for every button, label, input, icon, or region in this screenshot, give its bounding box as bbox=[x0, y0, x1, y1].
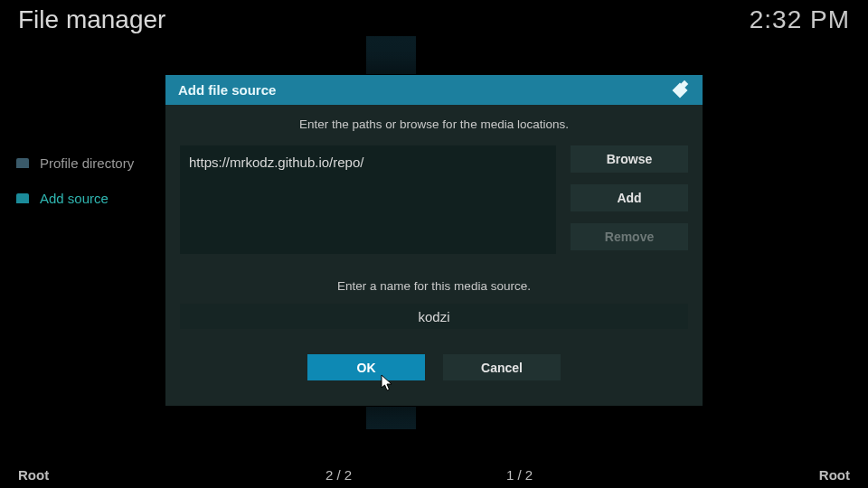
footer-left-root: Root bbox=[18, 467, 49, 483]
folder-icon bbox=[16, 193, 29, 203]
folder-icon bbox=[16, 158, 29, 168]
page-title: File manager bbox=[18, 5, 165, 34]
remove-button: Remove bbox=[571, 223, 688, 250]
name-hint: Enter a name for this media source. bbox=[165, 279, 703, 293]
dialog-header: Add file source bbox=[165, 75, 703, 105]
add-file-source-dialog: Add file source Enter the paths or brows… bbox=[165, 74, 703, 407]
paths-buttons: Browse Add Remove bbox=[571, 145, 688, 254]
kodi-logo-icon bbox=[670, 80, 690, 100]
cancel-button[interactable]: Cancel bbox=[443, 354, 561, 380]
dialog-buttons: OK Cancel bbox=[165, 354, 703, 380]
dialog-title: Add file source bbox=[178, 82, 276, 98]
paths-hint: Enter the paths or browse for the media … bbox=[165, 117, 703, 131]
footer-right-root: Root bbox=[819, 467, 850, 483]
browse-button[interactable]: Browse bbox=[571, 145, 688, 173]
add-button[interactable]: Add bbox=[571, 184, 688, 211]
sidebar-item-label: Add source bbox=[40, 191, 108, 206]
sidebar-item-add-source[interactable]: Add source bbox=[16, 191, 134, 206]
sidebar-item-label: Profile directory bbox=[40, 155, 134, 171]
sidebar: Profile directory Add source bbox=[16, 155, 134, 206]
source-name-input[interactable]: kodzi bbox=[180, 304, 688, 329]
topbar: File manager 2:32 PM bbox=[0, 0, 868, 42]
footer-right-count: 1 / 2 bbox=[506, 467, 533, 483]
ok-button[interactable]: OK bbox=[307, 354, 425, 380]
paths-row: https://mrkodz.github.io/repo/ Browse Ad… bbox=[180, 145, 688, 254]
clock: 2:32 PM bbox=[750, 5, 850, 34]
footer: Root 2 / 2 1 / 2 Root bbox=[0, 467, 868, 483]
footer-left-count: 2 / 2 bbox=[326, 467, 352, 483]
path-input-value: https://mrkodz.github.io/repo/ bbox=[189, 155, 363, 170]
sidebar-item-profile-directory[interactable]: Profile directory bbox=[16, 155, 134, 171]
source-name-value: kodzi bbox=[418, 309, 449, 324]
path-input[interactable]: https://mrkodz.github.io/repo/ bbox=[180, 145, 556, 254]
